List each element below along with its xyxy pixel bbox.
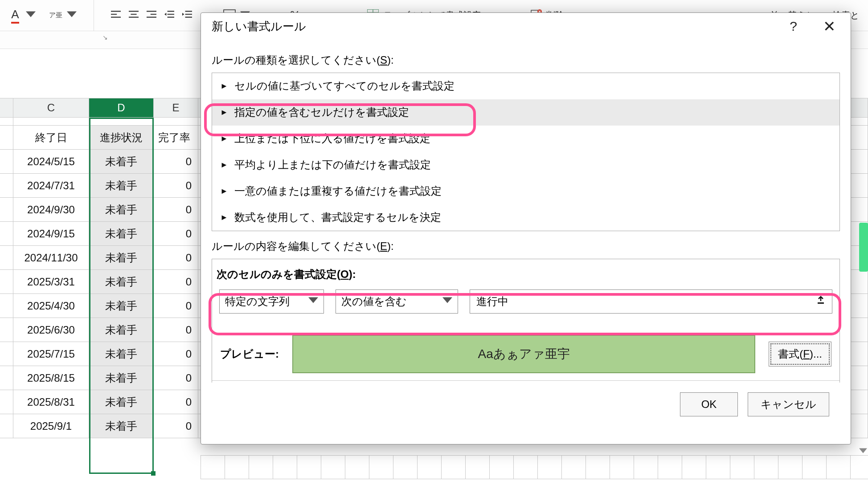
format-preview: Aaあぁアァ亜宇: [292, 335, 755, 373]
dropdown-icon[interactable]: [26, 9, 36, 21]
ruletype-item-unique-dup[interactable]: ►一意の値または重複する値だけを書式設定: [212, 178, 839, 204]
dialog-title: 新しい書式ルール: [212, 19, 306, 34]
align-left-icon[interactable]: [111, 9, 121, 21]
ruletype-item-formula[interactable]: ►数式を使用して、書式設定するセルを決定: [212, 204, 839, 231]
arrow-icon: ►: [220, 82, 228, 91]
indent-decrease-icon[interactable]: [164, 9, 174, 21]
ruletype-item-average[interactable]: ►平均より上または下の値だけを書式設定: [212, 152, 839, 178]
ruletype-item-top-bottom[interactable]: ►上位または下位に入る値だけを書式設定: [212, 126, 839, 152]
arrow-icon: ►: [220, 108, 228, 117]
chevron-down-icon: [436, 295, 452, 308]
column-header-d[interactable]: D: [89, 98, 154, 117]
format-button[interactable]: 書式(F)...: [769, 342, 831, 367]
chevron-down-icon: [302, 295, 318, 308]
header-completion[interactable]: 完了率: [154, 126, 198, 149]
dialog-launcher-icon[interactable]: ↘: [102, 34, 108, 41]
dialog-titlebar[interactable]: 新しい書式ルール ? ✕: [201, 13, 851, 40]
svg-rect-4: [818, 302, 824, 304]
font-color-icon[interactable]: A: [9, 9, 21, 22]
new-format-rule-dialog: 新しい書式ルール ? ✕ ルールの種類を選択してください(S): ►セルの値に基…: [201, 12, 851, 444]
arrow-icon: ►: [220, 160, 228, 170]
rowcol-corner[interactable]: [0, 98, 13, 117]
dialog-body: ルールの種類を選択してください(S): ►セルの値に基づいてすべてのセルを書式設…: [201, 40, 851, 434]
preview-label: プレビュー:: [220, 347, 279, 361]
arrow-icon: ►: [220, 134, 228, 143]
ruletype-item-all-cells[interactable]: ►セルの値に基づいてすべてのセルを書式設定: [212, 73, 839, 99]
phonetic-group: ア亜: [49, 9, 77, 21]
dialog-buttons: OK キャンセル: [212, 383, 840, 426]
separator: [94, 0, 94, 33]
ruletype-listbox[interactable]: ►セルの値に基づいてすべてのセルを書式設定 ►指定の値を含むセルだけを書式設定 …: [212, 73, 840, 231]
condition-value-input[interactable]: 進行中: [470, 289, 832, 314]
format-only-label: 次のセルのみを書式設定(O):: [212, 259, 839, 281]
ruletype-item-contains[interactable]: ►指定の値を含むセルだけを書式設定: [212, 99, 839, 126]
align-center-icon[interactable]: [129, 9, 139, 21]
dropdown-icon[interactable]: [67, 9, 77, 21]
font-color-group: A: [9, 9, 36, 22]
close-button[interactable]: ✕: [819, 16, 840, 37]
help-button[interactable]: ?: [790, 19, 797, 34]
arrow-icon: ►: [220, 187, 228, 196]
indent-increase-icon[interactable]: [182, 9, 192, 21]
alignment-group: [111, 9, 192, 21]
condition-parameters: 特定の文字列 次の値を含む 進行中: [212, 281, 839, 322]
column-header-c[interactable]: C: [13, 98, 89, 117]
ruletype-section-label: ルールの種類を選択してください(S):: [212, 53, 840, 67]
phonetic-icon[interactable]: ア亜: [49, 11, 62, 20]
scroll-down-icon[interactable]: [859, 446, 867, 454]
empty-grid-row[interactable]: [201, 455, 868, 479]
align-right-icon[interactable]: [147, 9, 156, 21]
condition-operator-combo[interactable]: 次の値を含む: [336, 289, 458, 314]
condition-type-combo[interactable]: 特定の文字列: [219, 289, 324, 314]
column-header-e[interactable]: E: [154, 98, 198, 117]
header-progress[interactable]: 進捗状況: [89, 126, 154, 149]
header-end-date[interactable]: 終了日: [13, 126, 89, 149]
selection-handle[interactable]: [151, 471, 156, 476]
edit-section-label: ルールの内容を編集してください(E):: [212, 239, 840, 253]
ok-button[interactable]: OK: [680, 392, 738, 416]
preview-row: プレビュー: Aaあぁアァ亜宇 書式(F)...: [212, 322, 839, 381]
arrow-icon: ►: [220, 213, 228, 222]
range-picker-icon[interactable]: [816, 295, 826, 308]
cancel-button[interactable]: キャンセル: [748, 392, 829, 416]
vertical-scrollbar-thumb[interactable]: [859, 223, 868, 272]
